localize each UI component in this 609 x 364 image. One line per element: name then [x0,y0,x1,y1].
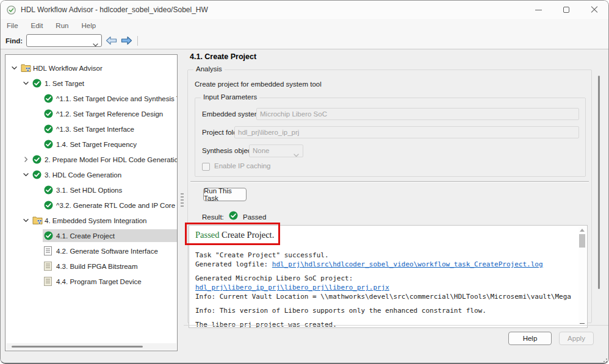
chevron-down-icon[interactable] [93,38,98,49]
chevron-down-icon[interactable] [21,171,31,178]
window-resize-grip[interactable] [601,356,607,362]
tree-item[interactable]: 3.1. Set HDL Options [5,182,177,198]
tree-item-content[interactable]: 4.2. Generate Software Interface [43,244,177,257]
task-log-area[interactable]: Passed Create Project. Task "Create Proj… [189,225,588,328]
tree-item-content[interactable]: 4.4. Program Target Device [43,275,177,288]
panel-scrollbar-thumb[interactable] [598,76,600,289]
log-line: Generated logfile: hdl_prj\hdlsrc\hdlcod… [195,260,571,269]
tree-item-content[interactable]: 4. Embedded System Integration [31,214,177,227]
chevron-down-icon[interactable] [21,80,31,87]
tree-item-label: ^1.2. Set Target Reference Design [56,110,163,118]
find-next-button[interactable] [121,36,132,45]
tree-item-label: 4.4. Program Target Device [56,278,142,285]
passed-check-icon [44,124,56,134]
tree-item[interactable]: 4.4. Program Target Device [5,274,177,289]
log-text: The libero_prj project was created. [195,321,337,328]
tree-item[interactable]: 4.3. Build FPGA Bitstream [5,259,177,274]
tree-item-label: ^1.1. Set Target Device and Synthesis To… [56,95,178,102]
tree-item-content[interactable]: 4.3. Build FPGA Bitstream [43,260,177,273]
tree-horizontal-scrollbar[interactable] [6,343,176,350]
minimize-button[interactable] [524,1,552,19]
log-line [195,315,571,320]
tree-item-content[interactable]: 3.1. Set HDL Options [43,184,177,196]
menu-file[interactable]: File [7,22,18,29]
tree-item-content[interactable]: 1. Set Target [31,77,177,90]
tree-item[interactable]: HDL Workflow Advisor [5,60,177,76]
window-controls [524,1,608,19]
log-vertical-scrollbar[interactable] [578,227,586,326]
tree-item[interactable]: 4.2. Generate Software Interface [5,243,177,259]
tree-item[interactable]: 1. Set Target [5,76,177,91]
tree-item[interactable]: 4.1. Create Project [5,228,177,243]
log-line: Info: Current Vault Location = \\mathwor… [195,292,571,301]
maximize-button[interactable] [552,1,580,19]
scroll-down-icon[interactable] [580,323,585,324]
passed-check-icon [44,140,56,149]
tree-item[interactable]: ^1.2. Set Target Reference Design [5,106,177,121]
minimize-icon [535,10,542,10]
close-icon [591,6,598,13]
window-title: HDL Workflow Advisor - hdlcoder_sobel_vi… [21,5,208,14]
tree-item[interactable]: 2. Prepare Model For HDL Code Generation [5,152,177,167]
tree-item-content[interactable]: 3. HDL Code Generation [31,168,177,181]
scroll-up-icon[interactable] [580,229,585,232]
tree-item-label: 1.4. Set Target Frequency [56,141,137,148]
help-button[interactable]: Help [508,332,552,345]
tree-item-content[interactable]: 1.4. Set Target Frequency [43,138,177,151]
section-divider [190,181,589,182]
log-line [195,269,571,274]
log-scrollbar-thumb[interactable] [579,234,585,248]
log-text: Task "Create Project" successful. [195,251,329,259]
tree-item-label: 4.1. Create Project [56,232,115,240]
log-line: hdl_prj\libero_ip_prj\libero_prj\libero_… [195,283,571,292]
tree-item-content[interactable]: ^3.2. Generate RTL Code and IP Core [43,199,177,212]
passed-check-icon [44,231,56,240]
tree-item[interactable]: ^1.1. Set Target Device and Synthesis To… [5,91,177,106]
tree-item-content[interactable]: ^1.2. Set Target Reference Design [43,107,177,120]
find-combobox[interactable] [26,34,102,47]
tree-item-content[interactable]: HDL Workflow Advisor [20,62,177,74]
find-input[interactable] [29,35,90,46]
chevron-down-icon[interactable] [21,217,31,224]
tree-item[interactable]: 3. HDL Code Generation [5,167,177,182]
hdl-workflow-advisor-window: HDL Workflow Advisor - hdlcoder_sobel_vi… [0,0,609,364]
menu-edit[interactable]: Edit [31,22,43,29]
tree-item-content[interactable]: 4.1. Create Project [43,229,177,242]
passed-check-icon [229,211,238,220]
panel-splitter-handle[interactable] [181,193,184,207]
log-link[interactable]: hdl_prj\hdlsrc\hdlcoder_sobel_video\work… [272,260,543,268]
tree-item-label: 1. Set Target [45,80,84,87]
log-line [195,301,571,306]
passed-check-icon [32,170,45,179]
log-line: Info: This version of Libero supports on… [195,306,571,315]
tree-item-label: 4.3. Build FPGA Bitstream [56,263,138,270]
tree-item-content[interactable]: ^1.3. Set Target Interface [43,123,177,135]
find-previous-button[interactable] [106,36,117,45]
project-folder-field: hdl_prj\libero_ip_prj [234,126,579,138]
log-link[interactable]: hdl_prj\libero_ip_prj\libero_prj\libero_… [195,284,389,291]
run-this-task-button[interactable]: Run This Task [203,188,247,201]
tree-item[interactable]: ^3.2. Generate RTL Code and IP Core [5,198,177,213]
chevron-down-icon[interactable] [9,65,20,71]
tree-item[interactable]: 1.4. Set Target Frequency [5,137,177,152]
tree-item[interactable]: ^1.3. Set Target Interface [5,121,177,137]
embedded-system-tool-field: Microchip Libero SoC [256,108,579,120]
synthesis-objective-value: None [253,147,270,154]
log-headline-status: Passed [195,230,219,240]
menu-help[interactable]: Help [81,22,96,29]
tree-item-content[interactable]: ^1.1. Set Target Device and Synthesis To… [43,92,178,105]
log-line: Task "Create Project" successful. [195,251,571,260]
tree-item-label: 4. Embedded System Integration [45,217,147,224]
tree-item[interactable]: 4. Embedded System Integration [5,213,177,228]
log-text: Info: This version of Libero supports on… [195,307,486,315]
chevron-right-icon[interactable] [21,156,31,163]
menu-run[interactable]: Run [56,22,68,29]
workflow-folder-icon [21,63,33,73]
chevron-down-icon [294,149,299,157]
close-button[interactable] [580,1,608,19]
tree-scrollbar-thumb[interactable] [12,346,143,348]
tree-item-label: 3.1. Set HDL Options [56,187,122,194]
log-lines: Task "Create Project" successful.Generat… [195,251,571,328]
tree-item-content[interactable]: 2. Prepare Model For HDL Code Generation [31,153,178,166]
toolbar-separator [137,36,138,46]
